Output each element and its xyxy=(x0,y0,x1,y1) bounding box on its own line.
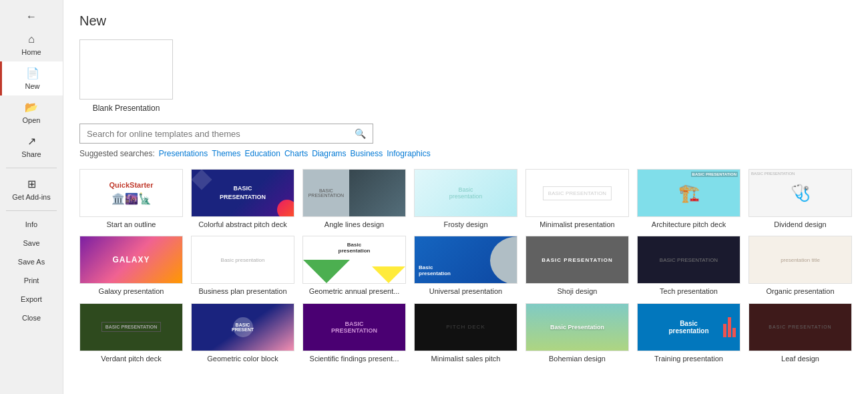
sidebar-export-label: Export xyxy=(21,295,42,303)
template-thumb-universal: Basicpresentation xyxy=(414,236,517,284)
template-minimalist[interactable]: BASIC PRESENTATION Minimalist presentati… xyxy=(525,169,629,229)
suggested-searches: Suggested searches: Presentations Themes… xyxy=(79,149,852,158)
template-thumb-dividend: BASIC PRESENTATION 🩺 xyxy=(748,169,852,217)
home-icon: ⌂ xyxy=(28,33,35,45)
sidebar-print-label: Print xyxy=(24,276,39,284)
suggested-tag-diagrams[interactable]: Diagrams xyxy=(312,149,346,158)
sidebar-item-info[interactable]: Info xyxy=(0,215,63,234)
template-label-architecture: Architecture pitch deck xyxy=(652,220,726,229)
template-scientific[interactable]: BASICPRESENTATION Scientific findings pr… xyxy=(302,303,406,363)
template-label-tech: Tech presentation xyxy=(660,286,718,296)
template-leaf[interactable]: BASIC PRESENTATION Leaf design xyxy=(748,303,852,363)
suggested-tag-themes[interactable]: Themes xyxy=(212,149,240,158)
template-label-minimalsales: Minimalist sales pitch xyxy=(431,354,501,363)
template-label-quickstarter: Start an outline xyxy=(107,220,156,229)
template-angle[interactable]: BASICPRESENTATION Angle lines design xyxy=(302,169,406,229)
template-thumb-geocolorblock: BASICPRESENT xyxy=(191,303,294,351)
template-thumb-shoji: BASIC PRESENTATION xyxy=(525,236,629,284)
page-title: New xyxy=(79,13,852,29)
sidebar-saveas-label: Save As xyxy=(18,258,45,266)
blank-presentation-thumb[interactable] xyxy=(79,39,173,100)
template-label-universal: Universal presentation xyxy=(429,286,502,296)
template-training[interactable]: Basicpresentation Training presentation xyxy=(637,303,740,363)
template-label-business: Business plan presentation xyxy=(198,286,286,296)
sidebar-item-print[interactable]: Print xyxy=(0,271,63,290)
sidebar-info-label: Info xyxy=(25,220,37,228)
search-input[interactable] xyxy=(80,125,348,143)
new-icon: 📄 xyxy=(26,67,39,79)
suggested-label: Suggested searches: xyxy=(79,149,155,158)
sidebar-addins-label: Get Add-ins xyxy=(12,193,50,201)
suggested-tag-business[interactable]: Business xyxy=(351,149,383,158)
sidebar: ← ⌂ Home 📄 New 📂 Open ↗ Share ⊞ Get Add-… xyxy=(0,0,63,394)
suggested-tag-infographics[interactable]: Infographics xyxy=(387,149,430,158)
sidebar-item-open[interactable]: 📂 Open xyxy=(0,95,63,130)
template-thumb-leaf: BASIC PRESENTATION xyxy=(748,303,852,351)
template-thumb-colorful: BASICPRESENTATION xyxy=(191,169,294,217)
template-label-shoji: Shoji design xyxy=(558,286,598,296)
template-label-geometric: Geometric annual present... xyxy=(309,286,400,296)
template-quickstarter[interactable]: QuickStarter 🏛️🌆🗽 Start an outline xyxy=(79,169,183,229)
template-frosty[interactable]: Basicpresentation Frosty design xyxy=(414,169,517,229)
template-dividend[interactable]: BASIC PRESENTATION 🩺 Dividend design xyxy=(748,169,852,229)
template-geometric[interactable]: Basicpresentation Geometric annual prese… xyxy=(302,236,406,296)
template-organic[interactable]: presentation title Organic presentation xyxy=(748,236,852,296)
sidebar-open-label: Open xyxy=(23,116,41,124)
template-architecture[interactable]: 🏗️ BASIC PRESENTATION Architecture pitch… xyxy=(637,169,740,229)
template-label-bohemian: Bohemian design xyxy=(549,354,606,363)
template-thumb-galaxy: GALAXY xyxy=(79,236,183,284)
template-label-galaxy: Galaxy presentation xyxy=(99,286,164,296)
template-universal[interactable]: Basicpresentation Universal presentation xyxy=(414,236,517,296)
template-label-leaf: Leaf design xyxy=(781,354,819,363)
template-thumb-bohemian: Basic Presentation xyxy=(525,303,629,351)
main-content: New Blank Presentation 🔍 Suggested searc… xyxy=(63,0,868,394)
template-label-scientific: Scientific findings present... xyxy=(310,354,399,363)
template-thumb-scientific: BASICPRESENTATION xyxy=(302,303,406,351)
sidebar-item-new[interactable]: 📄 New xyxy=(0,61,63,95)
template-tech[interactable]: BASIC PRESENTATION Tech presentation xyxy=(637,236,740,296)
sidebar-item-close[interactable]: Close xyxy=(0,309,63,327)
template-verdant[interactable]: BASIC PRESENTATION Verdant pitch deck xyxy=(79,303,183,363)
template-thumb-training: Basicpresentation xyxy=(637,303,740,351)
template-thumb-business: Basic presentation xyxy=(191,236,294,284)
blank-presentation-area: Blank Presentation xyxy=(79,39,852,113)
search-button[interactable]: 🔍 xyxy=(348,124,373,143)
addins-icon: ⊞ xyxy=(27,178,36,190)
sidebar-divider2 xyxy=(6,210,56,211)
template-label-training: Training presentation xyxy=(654,354,723,363)
sidebar-item-export[interactable]: Export xyxy=(0,290,63,309)
template-label-dividend: Dividend design xyxy=(774,220,826,229)
template-thumb-organic: presentation title xyxy=(748,236,852,284)
template-grid: QuickStarter 🏛️🌆🗽 Start an outline BASIC… xyxy=(79,169,852,363)
template-label-angle: Angle lines design xyxy=(324,220,384,229)
template-thumb-minimalist: BASIC PRESENTATION xyxy=(525,169,629,217)
template-geocolorblock[interactable]: BASICPRESENT Geometric color block xyxy=(191,303,294,363)
template-label-colorful: Colorful abstract pitch deck xyxy=(198,220,287,229)
sidebar-divider xyxy=(6,168,56,168)
template-thumb-frosty: Basicpresentation xyxy=(414,169,517,217)
sidebar-item-share[interactable]: ↗ Share xyxy=(0,130,63,164)
sidebar-item-home[interactable]: ⌂ Home xyxy=(0,28,63,61)
template-thumb-angle: BASICPRESENTATION xyxy=(302,169,406,217)
template-thumb-architecture: 🏗️ BASIC PRESENTATION xyxy=(637,169,740,217)
suggested-tag-presentations[interactable]: Presentations xyxy=(159,149,208,158)
search-bar: 🔍 xyxy=(79,124,373,144)
template-label-frosty: Frosty design xyxy=(443,220,487,229)
sidebar-close-label: Close xyxy=(22,314,41,322)
sidebar-item-save-as[interactable]: Save As xyxy=(0,252,63,271)
template-shoji[interactable]: BASIC PRESENTATION Shoji design xyxy=(525,236,629,296)
template-galaxy[interactable]: GALAXY Galaxy presentation xyxy=(79,236,183,296)
sidebar-home-label: Home xyxy=(21,48,41,56)
suggested-tag-charts[interactable]: Charts xyxy=(284,149,308,158)
template-minimalsales[interactable]: PITCH DECK Minimalist sales pitch xyxy=(414,303,517,363)
template-bohemian[interactable]: Basic Presentation Bohemian design xyxy=(525,303,629,363)
sidebar-item-back[interactable]: ← xyxy=(0,5,63,28)
sidebar-item-save[interactable]: Save xyxy=(0,234,63,252)
template-colorful[interactable]: BASICPRESENTATION Colorful abstract pitc… xyxy=(191,169,294,229)
sidebar-new-label: New xyxy=(25,82,39,90)
sidebar-item-addins[interactable]: ⊞ Get Add-ins xyxy=(0,172,63,206)
template-business[interactable]: Basic presentation Business plan present… xyxy=(191,236,294,296)
suggested-tag-education[interactable]: Education xyxy=(245,149,280,158)
template-thumb-minimalsales: PITCH DECK xyxy=(414,303,517,351)
sidebar-save-label: Save xyxy=(23,239,39,247)
